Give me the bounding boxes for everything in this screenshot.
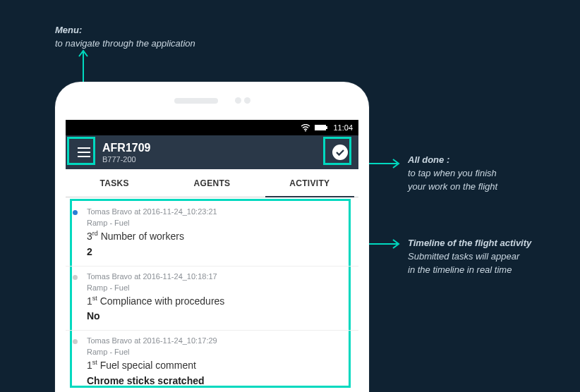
wifi-icon xyxy=(301,124,310,132)
tab-agents-label: AGENTS xyxy=(194,178,231,188)
annotation-done-desc1: to tap when you finish xyxy=(408,168,497,178)
battery-icon xyxy=(315,124,329,131)
annotation-done-desc2: your work on the flight xyxy=(408,181,497,192)
annotation-done-title: All done : xyxy=(408,154,449,165)
entry-value: Chrome sticks scratched xyxy=(87,375,347,386)
annotation-timeline-desc1: Submitted tasks will appear xyxy=(408,251,519,262)
entry-category: Ramp - Fuel xyxy=(87,348,347,356)
phone-frame: 11:04 AFR1709 B777-200 xyxy=(55,82,369,392)
menu-button[interactable] xyxy=(71,140,97,165)
app-header: AFR1709 B777-200 xyxy=(66,135,358,169)
tab-tasks[interactable]: TASKS xyxy=(66,169,163,197)
svg-point-3 xyxy=(305,130,306,131)
tab-tasks-label: TASKS xyxy=(100,178,129,188)
timeline-entry[interactable]: Tomas Bravo at 2016-11-24_10:18:17 Ramp … xyxy=(66,267,358,331)
entry-meta: Tomas Bravo at 2016-11-24_10:18:17 xyxy=(87,272,347,281)
phone-screen: 11:04 AFR1709 B777-200 xyxy=(66,120,358,392)
hamburger-icon xyxy=(77,147,91,157)
annotation-menu-title: Menu xyxy=(55,25,79,35)
aircraft-type: B777-200 xyxy=(102,155,327,164)
svg-rect-5 xyxy=(326,126,327,129)
header-text: AFR1709 B777-200 xyxy=(97,142,327,164)
svg-point-9 xyxy=(332,145,348,160)
activity-timeline[interactable]: Tomas Bravo at 2016-11-24_10:23:21 Ramp … xyxy=(66,197,358,392)
entry-title: 3rd Number of workers xyxy=(87,230,347,242)
entry-value: No xyxy=(87,310,347,321)
timeline-entry[interactable]: Tomas Bravo at 2016-11-24_10:23:21 Ramp … xyxy=(66,202,358,267)
annotation-timeline-desc2: in the timeline in real time xyxy=(408,264,512,275)
annotation-menu: Menu: to navigate through the applicatio… xyxy=(55,24,195,51)
entry-category: Ramp - Fuel xyxy=(87,283,347,292)
entry-bullet-icon xyxy=(73,210,78,215)
flight-number: AFR1709 xyxy=(102,142,327,154)
entry-meta: Tomas Bravo at 2016-11-24_10:17:29 xyxy=(87,336,347,345)
tab-activity[interactable]: ACTIVITY xyxy=(261,169,358,197)
entry-bullet-icon xyxy=(73,275,78,280)
tab-bar: TASKS AGENTS ACTIVITY xyxy=(66,169,358,197)
timeline-entry[interactable]: Tomas Bravo at 2016-11-24_10:17:29 Ramp … xyxy=(66,331,358,392)
status-bar: 11:04 xyxy=(66,120,358,135)
entry-title: 1st Compliance with procedures xyxy=(87,295,347,307)
entry-value: 2 xyxy=(87,246,347,257)
svg-rect-4 xyxy=(315,125,326,130)
entry-bullet-icon xyxy=(73,339,78,344)
checkmark-circle-icon xyxy=(332,144,349,161)
annotation-done: All done : to tap when you finish your w… xyxy=(408,154,497,194)
status-time: 11:04 xyxy=(333,123,353,132)
annotation-timeline: Timeline of the flight activity Submitte… xyxy=(408,237,531,277)
entry-category: Ramp - Fuel xyxy=(87,219,347,227)
tab-activity-label: ACTIVITY xyxy=(289,178,330,188)
all-done-button[interactable] xyxy=(327,140,353,165)
entry-title: 1st Fuel special comment xyxy=(87,359,347,371)
annotation-menu-desc: to navigate through the application xyxy=(55,38,195,49)
annotation-timeline-title: Timeline of the flight activity xyxy=(408,238,531,248)
tab-agents[interactable]: AGENTS xyxy=(163,169,260,197)
entry-meta: Tomas Bravo at 2016-11-24_10:23:21 xyxy=(87,207,347,216)
phone-speaker xyxy=(174,97,250,104)
